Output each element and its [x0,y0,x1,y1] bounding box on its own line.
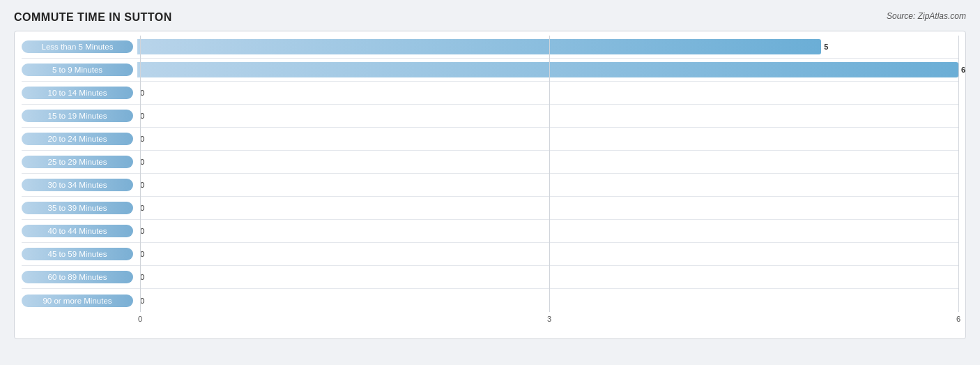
bar-label: 30 to 34 Minutes [22,179,133,191]
bar-track: 0 [137,174,958,196]
rows-container: Less than 5 Minutes55 to 9 Minutes610 to… [22,36,958,312]
bar-track: 6 [137,59,958,81]
chart-source: Source: ZipAtlas.com [887,11,966,21]
table-row: 15 to 19 Minutes0 [22,105,958,128]
bar-track: 0 [137,105,958,127]
bar-label: 90 or more Minutes [22,295,133,307]
chart-area: Less than 5 Minutes55 to 9 Minutes610 to… [14,31,966,339]
x-axis-label-2: 6 [956,315,960,323]
table-row: 5 to 9 Minutes6 [22,59,958,82]
bar-value: 0 [140,181,144,189]
x-axis-label-1: 3 [547,315,551,323]
table-row: Less than 5 Minutes5 [22,36,958,59]
bar-label: 15 to 19 Minutes [22,110,133,122]
bar-track: 0 [137,128,958,150]
bar-fill [137,39,821,54]
chart-container: COMMUTE TIME IN SUTTON Source: ZipAtlas.… [0,0,980,365]
bar-value: 5 [824,43,828,51]
bar-track: 5 [137,36,958,58]
bar-value: 0 [140,89,144,97]
x-axis-label-0: 0 [138,315,142,323]
bar-label: 45 to 59 Minutes [22,248,133,260]
table-row: 45 to 59 Minutes0 [22,243,958,266]
bar-value: 0 [140,112,144,120]
bar-value: 0 [140,250,144,258]
bar-label: 60 to 89 Minutes [22,271,133,283]
bar-value: 0 [140,158,144,166]
bar-track: 0 [137,266,958,288]
x-axis: 036 [140,312,958,332]
grid-line-2 [958,36,959,312]
bar-fill [137,62,958,77]
bar-track: 0 [137,151,958,173]
bar-label: 35 to 39 Minutes [22,202,133,214]
table-row: 60 to 89 Minutes0 [22,266,958,289]
bar-label: 10 to 14 Minutes [22,87,133,99]
table-row: 30 to 34 Minutes0 [22,174,958,197]
table-row: 10 to 14 Minutes0 [22,82,958,105]
bar-value: 0 [140,273,144,281]
bar-track: 0 [137,243,958,265]
table-row: 40 to 44 Minutes0 [22,220,958,243]
bar-value: 0 [140,227,144,235]
bar-value: 0 [140,204,144,212]
bar-value: 0 [140,135,144,143]
table-row: 20 to 24 Minutes0 [22,128,958,151]
chart-title: COMMUTE TIME IN SUTTON [14,11,172,24]
table-row: 25 to 29 Minutes0 [22,151,958,174]
bar-label: 40 to 44 Minutes [22,225,133,237]
bar-track: 0 [137,220,958,242]
bar-track: 0 [137,197,958,219]
bar-label: 5 to 9 Minutes [22,64,133,76]
bar-label: 20 to 24 Minutes [22,133,133,145]
bar-track: 0 [137,289,958,312]
table-row: 35 to 39 Minutes0 [22,197,958,220]
chart-header: COMMUTE TIME IN SUTTON Source: ZipAtlas.… [14,11,966,24]
bar-track: 0 [137,82,958,104]
bar-label: Less than 5 Minutes [22,40,133,53]
bar-value: 0 [140,297,144,305]
table-row: 90 or more Minutes0 [22,289,958,312]
bar-label: 25 to 29 Minutes [22,156,133,168]
bar-value: 6 [961,66,965,74]
